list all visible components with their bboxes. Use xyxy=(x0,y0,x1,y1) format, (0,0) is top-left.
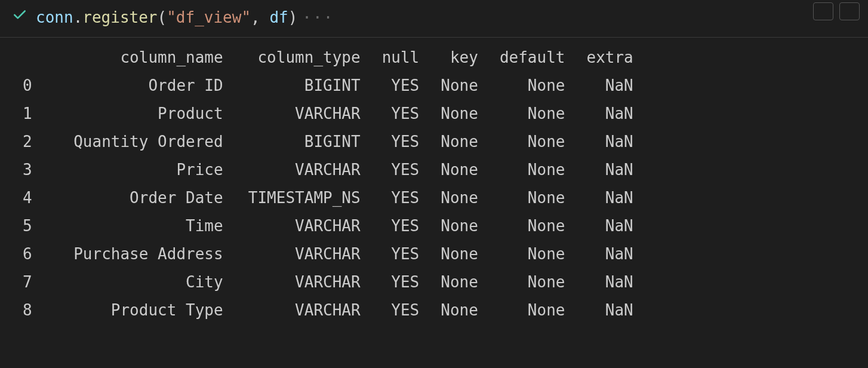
cell-index: 6 xyxy=(12,240,43,268)
cell-column-type: VARCHAR xyxy=(234,100,371,128)
cell-extra: NaN xyxy=(575,296,644,324)
cell-output: column_name column_type null key default… xyxy=(0,38,868,332)
header-extra: extra xyxy=(575,44,644,72)
cell-index: 4 xyxy=(12,184,43,212)
cell-action-button-2[interactable] xyxy=(839,2,860,20)
cell-default: None xyxy=(489,100,576,128)
cell-key: None xyxy=(430,100,489,128)
cell-column-type: TIMESTAMP_NS xyxy=(234,184,371,212)
cell-null: YES xyxy=(371,128,430,156)
code-token-dot: . xyxy=(73,8,83,26)
cell-column-name: Order Date xyxy=(43,184,234,212)
header-column-name: column_name xyxy=(43,44,234,72)
cell-extra: NaN xyxy=(575,268,644,296)
cell-column-name: Order ID xyxy=(43,72,234,100)
cell-column-name: Product Type xyxy=(43,296,234,324)
cell-column-name: City xyxy=(43,268,234,296)
cell-null: YES xyxy=(371,100,430,128)
code-token-open-paren: ( xyxy=(158,8,167,26)
table-row: 3PriceVARCHARYESNoneNoneNaN xyxy=(12,156,644,184)
cell-null: YES xyxy=(371,296,430,324)
cell-action-button-1[interactable] xyxy=(813,2,833,20)
cell-index: 8 xyxy=(12,296,43,324)
cell-column-name: Purchase Address xyxy=(43,240,234,268)
cell-key: None xyxy=(430,268,489,296)
code-token-function: register xyxy=(82,8,157,26)
cell-index: 3 xyxy=(12,156,43,184)
code-ellipsis-icon: ··· xyxy=(302,8,334,26)
cell-column-type: VARCHAR xyxy=(234,212,371,240)
cell-default: None xyxy=(489,212,576,240)
cell-column-type: VARCHAR xyxy=(234,296,371,324)
cell-index: 2 xyxy=(12,128,43,156)
cell-column-type: VARCHAR xyxy=(234,240,371,268)
cell-default: None xyxy=(489,296,576,324)
cell-index: 1 xyxy=(12,100,43,128)
table-row: 2Quantity OrderedBIGINTYESNoneNoneNaN xyxy=(12,128,644,156)
cell-default: None xyxy=(489,184,576,212)
cell-key: None xyxy=(430,184,489,212)
cell-key: None xyxy=(430,72,489,100)
table-row: 1ProductVARCHARYESNoneNoneNaN xyxy=(12,100,644,128)
cell-column-type: BIGINT xyxy=(234,128,371,156)
cell-null: YES xyxy=(371,156,430,184)
cell-key: None xyxy=(430,296,489,324)
dataframe-table: column_name column_type null key default… xyxy=(12,44,644,324)
cell-default: None xyxy=(489,240,576,268)
table-row: 5TimeVARCHARYESNoneNoneNaN xyxy=(12,212,644,240)
cell-null: YES xyxy=(371,268,430,296)
cell-column-name: Price xyxy=(43,156,234,184)
code-token-variable: conn xyxy=(36,8,73,26)
cell-index: 0 xyxy=(12,72,43,100)
cell-column-type: VARCHAR xyxy=(234,156,371,184)
cell-key: None xyxy=(430,212,489,240)
code-token-comma: , xyxy=(251,8,269,26)
header-default: default xyxy=(489,44,576,72)
cell-extra: NaN xyxy=(575,128,644,156)
code-input[interactable]: conn.register("df_view", df)··· xyxy=(36,6,334,29)
header-null: null xyxy=(371,44,430,72)
cell-extra: NaN xyxy=(575,156,644,184)
cell-extra: NaN xyxy=(575,184,644,212)
cell-column-name: Time xyxy=(43,212,234,240)
table-row: 4Order DateTIMESTAMP_NSYESNoneNoneNaN xyxy=(12,184,644,212)
header-key: key xyxy=(430,44,489,72)
cell-key: None xyxy=(430,128,489,156)
cell-column-name: Quantity Ordered xyxy=(43,128,234,156)
cell-extra: NaN xyxy=(575,72,644,100)
cell-column-name: Product xyxy=(43,100,234,128)
code-token-string: "df_view" xyxy=(167,8,251,26)
cell-default: None xyxy=(489,128,576,156)
cell-null: YES xyxy=(371,240,430,268)
cell-extra: NaN xyxy=(575,240,644,268)
header-column-type: column_type xyxy=(234,44,371,72)
code-token-param: df xyxy=(269,8,288,26)
cell-key: None xyxy=(430,240,489,268)
cell-index: 7 xyxy=(12,268,43,296)
table-body: 0Order IDBIGINTYESNoneNoneNaN1ProductVAR… xyxy=(12,72,644,324)
header-index xyxy=(12,44,43,72)
cell-column-type: VARCHAR xyxy=(234,268,371,296)
cell-null: YES xyxy=(371,184,430,212)
table-row: 7CityVARCHARYESNoneNoneNaN xyxy=(12,268,644,296)
execution-success-icon xyxy=(12,5,27,30)
cell-extra: NaN xyxy=(575,212,644,240)
table-row: 0Order IDBIGINTYESNoneNoneNaN xyxy=(12,72,644,100)
cell-null: YES xyxy=(371,212,430,240)
cell-default: None xyxy=(489,268,576,296)
table-row: 6Purchase AddressVARCHARYESNoneNoneNaN xyxy=(12,240,644,268)
cell-default: None xyxy=(489,156,576,184)
cell-toolbar xyxy=(813,2,860,20)
table-header-row: column_name column_type null key default… xyxy=(12,44,644,72)
cell-extra: NaN xyxy=(575,100,644,128)
cell-default: None xyxy=(489,72,576,100)
cell-index: 5 xyxy=(12,212,43,240)
table-row: 8Product TypeVARCHARYESNoneNoneNaN xyxy=(12,296,644,324)
code-token-close-paren: ) xyxy=(288,8,298,26)
cell-input-row: conn.register("df_view", df)··· xyxy=(0,0,868,38)
cell-null: YES xyxy=(371,72,430,100)
cell-key: None xyxy=(430,156,489,184)
cell-column-type: BIGINT xyxy=(234,72,371,100)
